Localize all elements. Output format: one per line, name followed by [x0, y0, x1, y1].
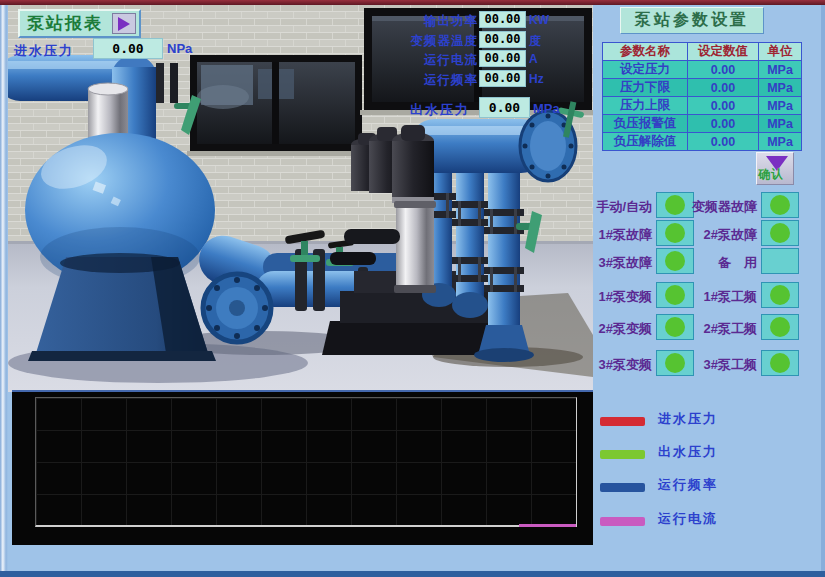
status-label-pump2-line: 2#泵工频: [681, 320, 757, 338]
bottom-frame-edge: [0, 571, 825, 577]
run-current-label: 运行电流: [388, 52, 478, 69]
run-freq-value: 00.00: [479, 70, 526, 87]
legend-swatch-inlet: [600, 417, 645, 426]
settings-panel-title: 泵站参数设置: [620, 7, 764, 34]
left-frame-edge: [0, 5, 8, 577]
run-freq-unit: Hz: [529, 72, 544, 86]
status-label-vfd-fault: 变频器故障: [681, 198, 757, 216]
settings-table-header: 参数名称 设定数值 单位: [603, 43, 802, 61]
lamp-icon: [770, 195, 790, 215]
trend-chart: [12, 390, 593, 545]
table-row: 设定压力 0.00 MPa: [603, 61, 802, 79]
table-row: 压力上限 0.00 MPa: [603, 97, 802, 115]
report-button-label: 泵站报表: [27, 12, 103, 35]
param-name: 负压报警值: [603, 115, 688, 133]
param-name: 负压解除值: [603, 133, 688, 151]
report-nav-button[interactable]: [112, 13, 136, 34]
col-param-name: 参数名称: [603, 43, 688, 61]
status-label-spare: 备 用: [681, 254, 757, 272]
report-button[interactable]: 泵站报表: [18, 9, 141, 38]
left-window: [187, 55, 365, 156]
run-freq-label: 运行频率: [388, 72, 478, 89]
param-value[interactable]: 0.00: [688, 61, 759, 79]
param-name: 设定压力: [603, 61, 688, 79]
status-label-pump1-fault: 1#泵故障: [578, 226, 652, 244]
param-unit: MPa: [759, 61, 802, 79]
play-icon: [118, 17, 130, 31]
status-label-pump3-fault: 3#泵故障: [578, 254, 652, 272]
legend-swatch-outlet: [600, 450, 645, 459]
output-power-label: 输出功率: [388, 13, 478, 30]
outlet-pressure-label: 出水压力: [410, 101, 470, 119]
param-value[interactable]: 0.00: [688, 115, 759, 133]
status-label-pump1-vfd: 1#泵变频: [578, 288, 652, 306]
outlet-pressure-value: 0.00: [479, 97, 530, 118]
param-value[interactable]: 0.00: [688, 97, 759, 115]
inlet-pressure-label: 进水压力: [14, 42, 74, 60]
param-name: 压力上限: [603, 97, 688, 115]
param-unit: MPa: [759, 79, 802, 97]
table-row: 压力下限 0.00 MPa: [603, 79, 802, 97]
legend-swatch-current: [600, 517, 645, 526]
pump-station-hmi: 泵站报表 进水压力 0.00 NPa 输出功率 00.00 KW 变频器温度 0…: [0, 0, 825, 577]
col-unit: 单位: [759, 43, 802, 61]
param-value[interactable]: 0.00: [688, 79, 759, 97]
status-label-pump3-line: 3#泵工频: [681, 356, 757, 374]
vfd-temp-value: 00.00: [479, 31, 526, 48]
vfd-temp-unit: 度: [529, 33, 541, 50]
param-unit: MPa: [759, 133, 802, 151]
confirm-button-label: 确认: [758, 166, 784, 183]
output-power-unit: KW: [529, 13, 549, 27]
inlet-pressure-unit: NPa: [167, 41, 192, 56]
status-label-pump2-vfd: 2#泵变频: [578, 320, 652, 338]
param-unit: MPa: [759, 115, 802, 133]
current-trace: [519, 524, 576, 527]
right-frame-edge: [821, 5, 825, 577]
status-label-pump3-vfd: 3#泵变频: [578, 356, 652, 374]
lamp-icon: [770, 285, 790, 305]
vfd-temp-label: 变频器温度: [388, 33, 478, 50]
confirm-button[interactable]: 确认: [756, 152, 794, 185]
col-set-value: 设定数值: [688, 43, 759, 61]
output-power-value: 00.00: [479, 11, 526, 28]
status-lamp-vfd-fault: [761, 192, 799, 218]
param-name: 压力下限: [603, 79, 688, 97]
status-label-auto-manual: 手动/自动: [578, 198, 652, 216]
trend-plot-area: [35, 397, 577, 527]
status-lamp-pump3-line: [761, 350, 799, 376]
status-label-pump2-fault: 2#泵故障: [681, 226, 757, 244]
lamp-icon: [770, 317, 790, 337]
settings-table: 参数名称 设定数值 单位 设定压力 0.00 MPa 压力下限 0.00 MPa…: [602, 42, 802, 151]
param-value[interactable]: 0.00: [688, 133, 759, 151]
param-unit: MPa: [759, 97, 802, 115]
lamp-icon: [770, 223, 790, 243]
legend-swatch-frequency: [600, 483, 645, 492]
legend-label-frequency: 运行频率: [658, 476, 718, 494]
table-row: 负压报警值 0.00 MPa: [603, 115, 802, 133]
status-label-pump1-line: 1#泵工频: [681, 288, 757, 306]
table-row: 负压解除值 0.00 MPa: [603, 133, 802, 151]
legend-label-inlet: 进水压力: [658, 410, 718, 428]
outlet-pressure-unit: MPa: [533, 101, 560, 116]
legend-label-current: 运行电流: [658, 510, 718, 528]
status-lamp-pump2-line: [761, 314, 799, 340]
run-current-value: 00.00: [479, 50, 526, 67]
run-current-unit: A: [529, 52, 538, 66]
status-lamp-pump1-line: [761, 282, 799, 308]
status-lamp-spare: [761, 248, 799, 274]
lamp-icon: [770, 353, 790, 373]
legend-label-outlet: 出水压力: [658, 443, 718, 461]
status-lamp-pump2-fault: [761, 220, 799, 246]
inlet-pressure-value: 0.00: [93, 38, 163, 59]
